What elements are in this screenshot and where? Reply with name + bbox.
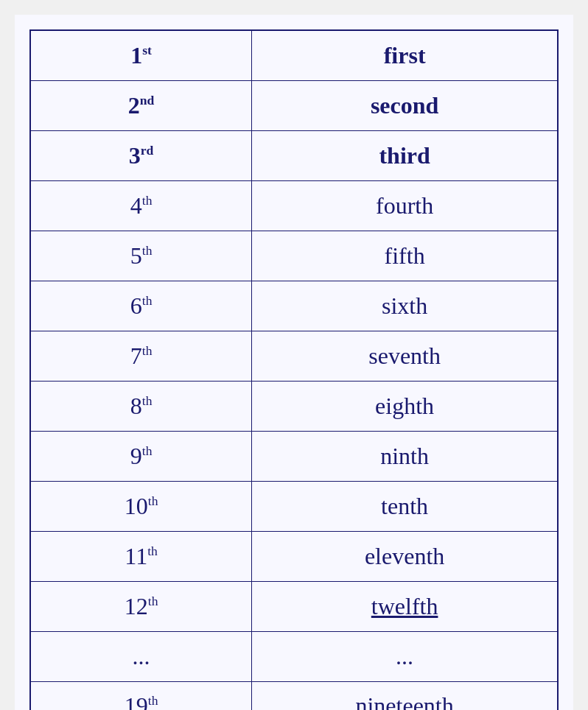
- table-row: 1stfirst: [30, 30, 558, 80]
- word-cell: tenth: [252, 481, 558, 531]
- table-row: 8theighth: [30, 381, 558, 431]
- number-cell: 9th: [30, 431, 252, 481]
- number-cell: 11th: [30, 531, 252, 581]
- number-cell: 19th: [30, 681, 252, 710]
- number-cell: 3rd: [30, 130, 252, 180]
- number-cell: 1st: [30, 30, 252, 80]
- table-row: 11theleventh: [30, 531, 558, 581]
- ordinal-table: 1stfirst2ndsecond3rdthird4thfourth5thfif…: [29, 29, 559, 710]
- number-cell: 7th: [30, 331, 252, 381]
- word-cell: second: [252, 80, 558, 130]
- table-row: 3rdthird: [30, 130, 558, 180]
- number-cell: ...: [30, 631, 252, 681]
- number-cell: 2nd: [30, 80, 252, 130]
- table-row: 10thtenth: [30, 481, 558, 531]
- word-cell: seventh: [252, 331, 558, 381]
- word-cell: twelfth: [252, 581, 558, 631]
- table-row: 4thfourth: [30, 180, 558, 231]
- table-row: 2ndsecond: [30, 80, 558, 130]
- word-cell: eleventh: [252, 531, 558, 581]
- word-cell: sixth: [252, 281, 558, 331]
- table-row: 5thfifth: [30, 231, 558, 281]
- table-row: 6thsixth: [30, 281, 558, 331]
- page-container: 1stfirst2ndsecond3rdthird4thfourth5thfif…: [15, 15, 573, 710]
- word-cell: first: [252, 30, 558, 80]
- table-row: 19thnineteenth: [30, 681, 558, 710]
- word-cell: eighth: [252, 381, 558, 431]
- number-cell: 8th: [30, 381, 252, 431]
- number-cell: 5th: [30, 231, 252, 281]
- table-row: 9thninth: [30, 431, 558, 481]
- table-row: ......: [30, 631, 558, 681]
- word-cell: fourth: [252, 180, 558, 231]
- table-row: 12thtwelfth: [30, 581, 558, 631]
- number-cell: 6th: [30, 281, 252, 331]
- number-cell: 12th: [30, 581, 252, 631]
- word-cell: ...: [252, 631, 558, 681]
- table-row: 7thseventh: [30, 331, 558, 381]
- number-cell: 10th: [30, 481, 252, 531]
- word-cell: third: [252, 130, 558, 180]
- word-cell: ninth: [252, 431, 558, 481]
- word-cell: fifth: [252, 231, 558, 281]
- word-cell: nineteenth: [252, 681, 558, 710]
- number-cell: 4th: [30, 180, 252, 231]
